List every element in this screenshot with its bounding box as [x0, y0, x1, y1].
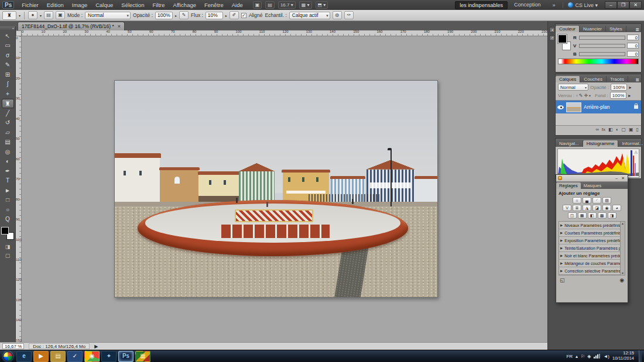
shape-tool[interactable]: □: [2, 195, 14, 205]
clone-stamp-tool[interactable]: ♜: [2, 99, 14, 108]
path-selection-tool[interactable]: ►: [2, 186, 14, 195]
adjustments-title-bar[interactable]: – ✕: [556, 175, 628, 182]
tools-collapse-icon[interactable]: «: [0, 26, 15, 31]
menu-item[interactable]: Filtre: [148, 1, 169, 9]
network-icon[interactable]: [594, 354, 600, 358]
exposure-icon[interactable]: ▨: [602, 197, 611, 204]
adjustments-window-controls[interactable]: – ✕: [615, 176, 626, 181]
layer-mask-icon[interactable]: ◧: [608, 127, 613, 132]
marquee-tool[interactable]: ▭: [2, 41, 14, 50]
notification-app-icon[interactable]: ◈: [587, 354, 591, 359]
toggle-brush-panel-icon[interactable]: ▤: [44, 11, 53, 19]
levels-icon[interactable]: ▄: [583, 197, 591, 204]
disclosure-triangle-icon[interactable]: ▶: [560, 223, 563, 227]
layer-visibility-icon[interactable]: [557, 105, 564, 109]
close-button[interactable]: ✕: [629, 1, 642, 9]
flow-caret[interactable]: ▸: [225, 13, 227, 18]
opacity-field[interactable]: 100%: [155, 12, 173, 19]
layer-name[interactable]: Arrière-plan: [584, 104, 632, 110]
layer-group-icon[interactable]: ▢: [621, 127, 626, 132]
history-brush-tool[interactable]: ↺: [2, 118, 14, 127]
pen-tool[interactable]: ✒: [2, 167, 14, 176]
panel-tab[interactable]: Informat...: [618, 140, 644, 147]
photo-filter-icon[interactable]: ◉: [602, 205, 611, 211]
flow-field[interactable]: 10%: [205, 12, 223, 19]
layer-blend-mode-select[interactable]: Normal: [558, 84, 588, 91]
taskbar-twitter[interactable]: ✦: [101, 351, 117, 362]
status-options-arrow[interactable]: ▶: [94, 344, 98, 349]
preset-row[interactable]: ▶ Exposition Paramètres prédéfinis: [559, 237, 620, 244]
workspace-essentials[interactable]: les indispensables: [455, 1, 508, 9]
panel-tab[interactable]: Nuancier: [580, 26, 606, 32]
arrange-documents-icon[interactable]: ▦ ▾: [299, 1, 312, 9]
color-slider[interactable]: [579, 52, 625, 56]
preset-row[interactable]: ▶ Correction sélective Paramètres ...: [559, 267, 620, 275]
panel-tab[interactable]: Styles: [606, 26, 626, 32]
color-swatches[interactable]: [1, 227, 14, 240]
panel-tab[interactable]: Tracés: [607, 76, 628, 82]
rotate-view-tool[interactable]: ○: [2, 205, 14, 215]
lock-position-icon[interactable]: ✛: [584, 93, 588, 98]
taskbar-clock[interactable]: 12:15 10/11/2014: [612, 351, 634, 361]
foreground-swatch[interactable]: [558, 35, 567, 43]
blend-mode-select[interactable]: Normal: [85, 12, 131, 19]
vibrance-icon[interactable]: V: [563, 205, 571, 211]
menu-item[interactable]: Image: [68, 1, 91, 9]
color-balance-icon[interactable]: ◮: [583, 205, 591, 211]
dock-expand-icon[interactable]: ◂: [549, 27, 555, 33]
black-white-icon[interactable]: ◪: [592, 205, 601, 211]
histogram-refresh-icon[interactable]: ◬: [635, 150, 638, 154]
disclosure-triangle-icon[interactable]: ▶: [560, 246, 563, 250]
tab-close-icon[interactable]: ×: [118, 23, 121, 29]
adjustments-tab[interactable]: Masques: [581, 182, 604, 189]
opacity-caret[interactable]: ▸: [175, 13, 177, 18]
view-extras-icon[interactable]: ▤: [265, 1, 275, 9]
action-center-icon[interactable]: ⚐: [581, 354, 585, 359]
adjustments-clip-icon[interactable]: ◉: [619, 277, 624, 283]
layer-effects-icon[interactable]: fx: [602, 127, 605, 132]
lock-transparency-icon[interactable]: ▫: [576, 93, 578, 98]
layer-fill-field[interactable]: 100%: [610, 92, 626, 99]
tool-preset-caret[interactable]: ▾: [19, 13, 20, 18]
brush-picker-caret[interactable]: ▾: [40, 13, 42, 18]
threshold-icon[interactable]: ◧: [588, 212, 597, 219]
opacity-pressure-icon[interactable]: ✎: [179, 11, 189, 19]
menu-item[interactable]: Fichier: [18, 1, 43, 9]
document-tab[interactable]: 17EF8144_DxO-1.tif @ 16,7% (RVB/16) * ×: [18, 22, 125, 30]
selective-color-icon[interactable]: ◨: [608, 212, 616, 219]
new-layer-icon[interactable]: ▣: [629, 127, 633, 132]
channel-mixer-icon[interactable]: ◕: [612, 205, 621, 211]
airbrush-icon[interactable]: ✐: [229, 11, 239, 19]
disclosure-triangle-icon[interactable]: ▶: [560, 239, 563, 242]
show-desktop-button[interactable]: [639, 350, 642, 362]
language-indicator[interactable]: FR: [566, 354, 573, 359]
type-tool[interactable]: T: [2, 176, 14, 185]
panel-tab[interactable]: Histogramme: [583, 140, 619, 147]
panel-tab[interactable]: Calques: [556, 76, 580, 82]
blur-tool[interactable]: ◎: [2, 147, 14, 157]
color-slider[interactable]: [579, 44, 625, 48]
panel-tab[interactable]: Navigat...: [556, 140, 583, 147]
layer-thumbnail[interactable]: [566, 102, 581, 112]
zoom-level-control[interactable]: 16.7 ▾: [278, 1, 296, 9]
tray-expand-icon[interactable]: ▴: [576, 354, 578, 359]
layer-row-background[interactable]: Arrière-plan: [556, 101, 641, 113]
panel-color-swatches[interactable]: [558, 35, 571, 54]
disclosure-triangle-icon[interactable]: ▶: [560, 261, 563, 265]
panel-menu-icon[interactable]: ≣: [635, 77, 641, 82]
healing-brush-tool[interactable]: +: [2, 89, 14, 99]
preset-row[interactable]: ▶ Niveaux Paramètres prédéfinis: [559, 222, 620, 229]
preset-row[interactable]: ▶ Mélangeur de couches Paramèt...: [559, 260, 620, 267]
menu-item[interactable]: Affichage: [169, 1, 200, 9]
taskbar-sync-app[interactable]: ✓: [67, 351, 83, 362]
scroll-up-icon[interactable]: ▲: [621, 222, 625, 225]
color-value-field[interactable]: 0: [627, 35, 639, 40]
canvas-area[interactable]: 0102030405060708090100110120130140150160…: [16, 30, 547, 342]
ruler-left[interactable]: 0102030405060708090100110120130140150: [16, 36, 22, 342]
taskbar-chrome[interactable]: ◉: [84, 351, 100, 362]
start-button[interactable]: [3, 351, 13, 361]
scroll-down-icon[interactable]: ▼: [621, 271, 625, 275]
eraser-tool[interactable]: ▱: [2, 128, 14, 137]
hue-saturation-icon[interactable]: ≣: [573, 205, 581, 211]
layer-opacity-caret[interactable]: ▸: [629, 85, 631, 90]
